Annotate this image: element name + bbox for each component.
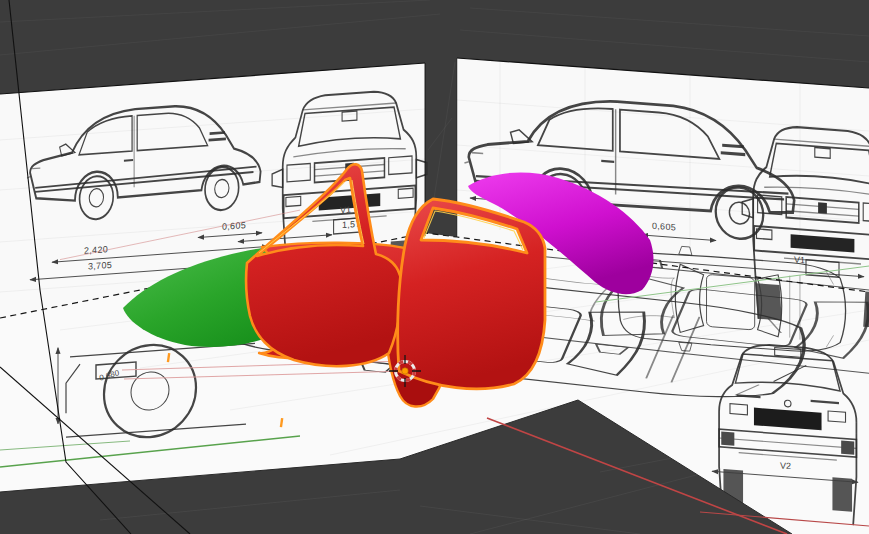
dim-label: 0,605 — [652, 221, 676, 233]
viewport-canvas[interactable]: 0,605 2,420 3,705 V1 1,572 0,680 0,680 2… — [0, 0, 869, 534]
object-origin-dot — [402, 368, 408, 374]
view-label: V2 — [780, 460, 791, 471]
blender-3d-viewport[interactable]: 0,605 2,420 3,705 V1 1,572 0,680 0,680 2… — [0, 0, 869, 534]
dim-label: 3,705 — [88, 260, 112, 272]
view-label: V1 — [340, 204, 351, 215]
